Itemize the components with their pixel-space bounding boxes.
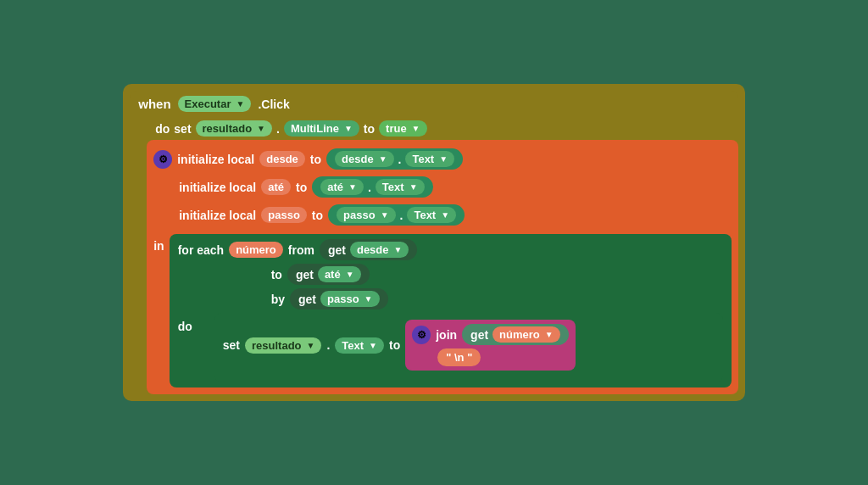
- when-row: when Executar ▼ .Click: [130, 91, 738, 117]
- get-label-2: get: [296, 268, 314, 282]
- numero-get-pill[interactable]: número ▼: [492, 326, 560, 343]
- set-resultado-text-row: set resultado ▼ . Text ▼ to: [223, 320, 715, 371]
- init-label-2: initialize local: [179, 181, 256, 194]
- for-each-block: for each número from get desde ▼: [170, 234, 732, 387]
- multiline-pill[interactable]: MultiLine ▼: [284, 120, 359, 137]
- main-block: when Executar ▼ .Click do set resultado …: [123, 84, 745, 401]
- text-inner-pill[interactable]: Text ▼: [335, 337, 384, 354]
- orange-outer-block: ⚙ initialize local desde to desde ▼ . Te…: [147, 140, 738, 394]
- resultado-pill-1[interactable]: resultado ▼: [196, 120, 272, 137]
- passo-text-pill[interactable]: Text ▼: [407, 207, 456, 223]
- init-ate-row: initialize local até to até ▼ . Text ▼: [153, 175, 732, 199]
- do-set-row: do set resultado ▼ . Text: [178, 313, 723, 382]
- desde-ref-pill[interactable]: desde ▼: [335, 151, 393, 167]
- dot-1: .: [276, 122, 280, 136]
- to-label-init-2: to: [296, 181, 307, 194]
- by-passo-row: by get passo ▼: [178, 285, 723, 309]
- desde-ref-block: desde ▼ . Text ▼: [326, 148, 463, 170]
- ate-text-pill[interactable]: Text ▼: [376, 179, 425, 195]
- init-label-3: initialize local: [179, 209, 256, 222]
- init-desde-row: ⚙ initialize local desde to desde ▼ . Te…: [153, 147, 732, 171]
- set-label-inner: set: [223, 338, 240, 352]
- ate-get-pill[interactable]: até ▼: [318, 266, 361, 282]
- desde-text-pill[interactable]: Text ▼: [405, 151, 454, 167]
- desde-get-pill[interactable]: desde ▼: [350, 242, 409, 258]
- join-label: join: [436, 328, 457, 342]
- resultado-arrow-1: ▼: [257, 124, 265, 133]
- multiline-arrow: ▼: [344, 124, 353, 133]
- passo-var-pill[interactable]: passo: [261, 207, 307, 223]
- join-bottom-row: " \n ": [412, 348, 481, 366]
- true-arrow: ▼: [412, 124, 420, 133]
- passo-get-pill[interactable]: passo ▼: [320, 291, 379, 307]
- when-label: when: [138, 97, 170, 111]
- get-numero-block: get número ▼: [462, 324, 569, 345]
- executar-label: Executar: [185, 98, 231, 110]
- join-block: ⚙ join get número ▼: [405, 320, 575, 371]
- passo-ref-pill[interactable]: passo ▼: [337, 207, 395, 223]
- newline-string[interactable]: " \n ": [437, 348, 481, 366]
- multiline-label: MultiLine: [291, 122, 339, 135]
- do-inner-block: set resultado ▼ . Text ▼ to: [214, 313, 723, 382]
- get-ate-block: get até ▼: [287, 264, 370, 285]
- ate-ref-pill[interactable]: até ▼: [320, 179, 364, 195]
- gear-icon-1: ⚙: [153, 150, 172, 169]
- to-label-inner: to: [389, 338, 400, 352]
- join-top-row: ⚙ join get número ▼: [412, 324, 568, 345]
- set-multiline-row: do set resultado ▼ . MultiLine ▼ to true…: [130, 120, 738, 137]
- do-label-inner: do: [178, 313, 192, 333]
- to-label-init-1: to: [310, 153, 321, 166]
- gear-icon-join: ⚙: [412, 326, 431, 344]
- from-label: from: [288, 243, 314, 257]
- in-for-section: in for each número from get desde: [153, 234, 732, 387]
- get-label-1: get: [328, 243, 346, 257]
- get-passo-block: get passo ▼: [290, 288, 387, 309]
- executar-pill[interactable]: Executar ▼: [178, 96, 252, 112]
- get-desde-block: get desde ▼: [320, 239, 417, 260]
- passo-ref-block: passo ▼ . Text ▼: [328, 204, 465, 226]
- by-label: by: [271, 293, 285, 306]
- to-label-init-3: to: [312, 209, 323, 222]
- ate-var-pill[interactable]: até: [261, 179, 291, 195]
- true-label: true: [386, 122, 407, 135]
- get-label-3: get: [298, 293, 316, 306]
- numero-pill[interactable]: número: [229, 242, 283, 258]
- desde-var-pill[interactable]: desde: [259, 151, 305, 167]
- for-each-row: for each número from get desde ▼: [178, 239, 723, 260]
- to-ate-row: to get até ▼: [178, 260, 723, 285]
- click-label: .Click: [258, 98, 289, 111]
- for-each-label: for each: [178, 243, 224, 257]
- get-label-numero: get: [470, 328, 488, 342]
- set-label-1: set: [174, 122, 191, 136]
- do-label-1: do: [155, 122, 170, 136]
- in-label: in: [153, 234, 164, 253]
- to-label-for: to: [271, 268, 282, 282]
- executar-arrow: ▼: [236, 99, 244, 109]
- true-pill[interactable]: true ▼: [379, 120, 426, 137]
- resultado-label-1: resultado: [203, 122, 253, 135]
- to-label-1: to: [364, 122, 375, 136]
- canvas: when Executar ▼ .Click do set resultado …: [123, 84, 745, 401]
- resultado-inner-pill[interactable]: resultado ▼: [245, 337, 321, 354]
- init-passo-row: initialize local passo to passo ▼ . Text…: [153, 203, 732, 227]
- ate-ref-block: até ▼ . Text ▼: [312, 176, 432, 198]
- init-label-1: initialize local: [177, 153, 254, 166]
